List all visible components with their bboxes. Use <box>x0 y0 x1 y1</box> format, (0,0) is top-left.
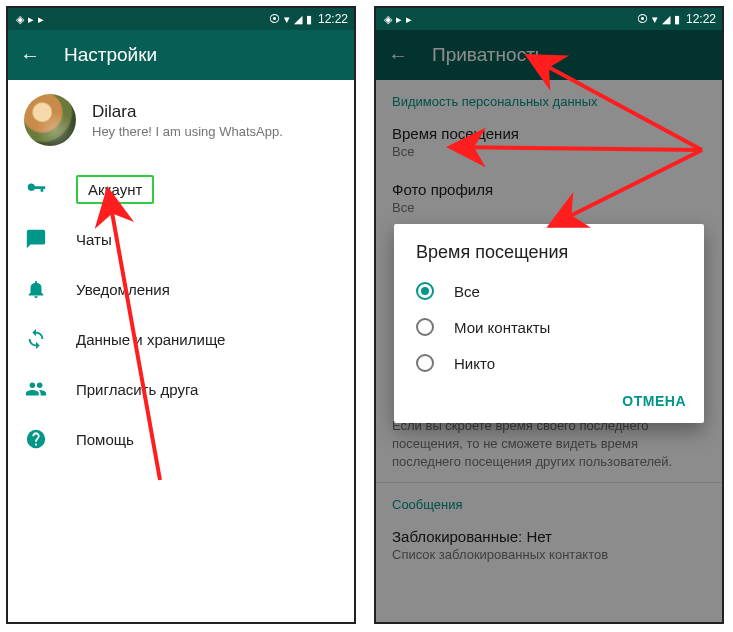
status-bar: ◈ ▸ ▸ ⦿ ▾ ◢ ▮ 12:22 <box>376 8 722 30</box>
radio-icon <box>416 282 434 300</box>
signal-icon: ◢ <box>662 13 670 26</box>
settings-item-label: Помощь <box>76 431 134 448</box>
settings-item-label: Чаты <box>76 231 112 248</box>
sync-icon <box>24 327 48 351</box>
settings-item-label: Данные и хранилище <box>76 331 225 348</box>
pref-last-seen[interactable]: Время посещения Все <box>376 115 722 171</box>
settings-item-notif[interactable]: Уведомления <box>8 264 354 314</box>
radio-option[interactable]: Никто <box>394 345 704 381</box>
last-seen-dialog: Время посещения ВсеМои контактыНикто ОТМ… <box>394 224 704 423</box>
cancel-button[interactable]: ОТМЕНА <box>622 393 686 409</box>
radio-label: Никто <box>454 355 495 372</box>
gps-icon: ⦿ <box>269 13 280 25</box>
status-icon: ▸ <box>406 13 412 26</box>
settings-list: АккаунтЧатыУведомленияДанные и хранилище… <box>8 160 354 468</box>
back-icon[interactable]: ← <box>20 44 40 67</box>
settings-item-help[interactable]: Помощь <box>8 414 354 464</box>
status-icon: ▸ <box>38 13 44 26</box>
radio-icon <box>416 354 434 372</box>
dialog-title: Время посещения <box>394 242 704 273</box>
chat-icon <box>24 227 48 251</box>
phone-left: ◈ ▸ ▸ ⦿ ▾ ◢ ▮ 12:22 ← Настройки Dilara H… <box>6 6 356 624</box>
gps-icon: ⦿ <box>637 13 648 25</box>
settings-item-label: Пригласить друга <box>76 381 198 398</box>
appbar: ← Настройки <box>8 30 354 80</box>
settings-item-label: Уведомления <box>76 281 170 298</box>
radio-icon <box>416 318 434 336</box>
appbar-title: Приватность <box>432 44 545 66</box>
people-icon <box>24 377 48 401</box>
status-icon: ◈ <box>16 13 24 26</box>
profile-row[interactable]: Dilara Hey there! I am using WhatsApp. <box>8 80 354 160</box>
radio-option[interactable]: Мои контакты <box>394 309 704 345</box>
battery-icon: ▮ <box>674 13 680 26</box>
status-icon: ◈ <box>384 13 392 26</box>
clock: 12:22 <box>686 12 716 26</box>
signal-icon: ◢ <box>294 13 302 26</box>
settings-item-label: Аккаунт <box>76 175 154 204</box>
settings-item-data[interactable]: Данные и хранилище <box>8 314 354 364</box>
appbar: ← Приватность <box>376 30 722 80</box>
status-bar: ◈ ▸ ▸ ⦿ ▾ ◢ ▮ 12:22 <box>8 8 354 30</box>
bell-icon <box>24 277 48 301</box>
avatar <box>24 94 76 146</box>
status-icon: ▸ <box>28 13 34 26</box>
section-header: Сообщения <box>376 483 722 518</box>
phone-right: ◈ ▸ ▸ ⦿ ▾ ◢ ▮ 12:22 ← Приватность Видимо… <box>374 6 724 624</box>
settings-item-chats[interactable]: Чаты <box>8 214 354 264</box>
pref-profile-photo[interactable]: Фото профиля Все <box>376 171 722 227</box>
wifi-icon: ▾ <box>652 13 658 26</box>
radio-label: Мои контакты <box>454 319 550 336</box>
clock: 12:22 <box>318 12 348 26</box>
settings-item-account[interactable]: Аккаунт <box>8 164 354 214</box>
section-header: Видимость персональных данных <box>376 80 722 115</box>
appbar-title: Настройки <box>64 44 157 66</box>
battery-icon: ▮ <box>306 13 312 26</box>
status-icon: ▸ <box>396 13 402 26</box>
radio-option[interactable]: Все <box>394 273 704 309</box>
pref-blocked[interactable]: Заблокированные: Нет Список заблокирован… <box>376 518 722 574</box>
radio-label: Все <box>454 283 480 300</box>
help-icon <box>24 427 48 451</box>
profile-name: Dilara <box>92 102 283 122</box>
settings-item-invite[interactable]: Пригласить друга <box>8 364 354 414</box>
wifi-icon: ▾ <box>284 13 290 26</box>
back-icon[interactable]: ← <box>388 44 408 67</box>
key-icon <box>24 177 48 201</box>
profile-status: Hey there! I am using WhatsApp. <box>92 124 283 139</box>
